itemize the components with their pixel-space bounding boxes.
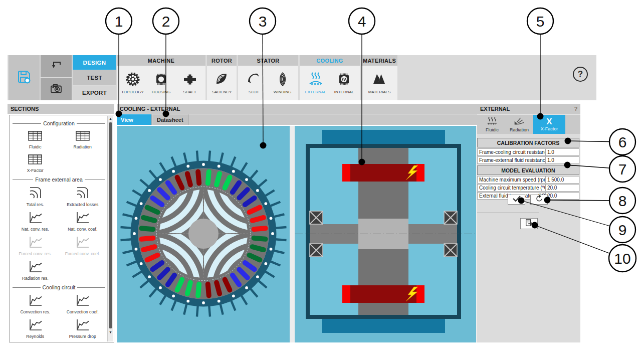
curve-icon [75, 211, 90, 225]
ribbon-item-winding[interactable]: WINDING [269, 68, 296, 99]
tab-view[interactable]: View [117, 114, 152, 125]
scroll-up-icon[interactable]: ▲ [108, 116, 113, 121]
save-button[interactable] [9, 55, 40, 100]
sidebar-item-label: Total res. [27, 202, 44, 207]
ribbon-group-title: MATERIALS [361, 55, 397, 66]
tab-test[interactable]: TEST [73, 70, 116, 85]
apply-button[interactable] [508, 195, 525, 205]
ribbon-group-machine: MACHINETOPOLOGYHOUSINGSHAFT [117, 55, 205, 100]
sidebar-item-extracted-losses[interactable]: Extracted losses [59, 184, 107, 209]
fluid-temp-field[interactable]: 20.0 [546, 192, 579, 200]
ribbon-item-label: SALIENCY [212, 90, 232, 94]
screenshot-button[interactable] [41, 78, 72, 100]
ribbon-group-title: STATOR [238, 55, 298, 66]
sidebar-item-radiation-res[interactable]: Radiation res. [12, 258, 59, 282]
axial-machine-drawing [295, 126, 476, 342]
calibration-factors-table: CALIBRATION FACTORS Frame-cooling circui… [477, 138, 579, 164]
sidebar-item-label: Forced conv. coef. [65, 251, 100, 256]
reset-button[interactable] [530, 195, 548, 205]
ribbon-item-label: EXTERNAL [305, 90, 326, 94]
sidebar-item-convection-res[interactable]: Convection res. [12, 291, 59, 316]
back-arrow-button[interactable] [41, 55, 72, 77]
section-separator: Configuration [13, 120, 105, 126]
materials-icon [372, 72, 387, 88]
ribbon-item-label: MATERIALS [368, 90, 391, 94]
callout-4: 4 [358, 13, 366, 30]
callout-9: 9 [618, 222, 627, 238]
right-panel-header: EXTERNAL ? [477, 104, 580, 114]
sidebar-item-nat-conv-res[interactable]: Nat. conv. res. [12, 209, 59, 233]
callout-1: 1 [115, 13, 123, 30]
radial-view-canvas[interactable] [117, 126, 290, 342]
ribbon-group-body: MATERIALS [361, 66, 397, 100]
tab-radiation[interactable]: Radiation [506, 115, 532, 134]
callout-6: 6 [618, 134, 627, 150]
table-icon [28, 153, 43, 166]
sidebar-item-label: Forced conv. res. [19, 251, 52, 256]
ribbon-group-rotor: ROTORSALIENCY [207, 55, 237, 100]
ribbon-group-stator: STATORSLOTWINDING [238, 55, 298, 100]
sidebar-item-label: Radiation res. [22, 276, 49, 281]
scrollbar-thumb[interactable] [109, 122, 112, 328]
ribbon-item-internal[interactable]: INTERNAL [330, 68, 358, 99]
right-panel-tabs: Fluidic Radiation X X-Factor [477, 115, 580, 134]
ribbon-item-external[interactable]: EXTERNAL [302, 68, 329, 99]
right-panel-title: EXTERNAL [480, 106, 510, 112]
max-speed-field[interactable]: 1 500.0 [546, 176, 579, 184]
section-group-items: Convection res.Convection coef.ReynoldsP… [12, 291, 106, 340]
ribbon-group-cooling: COOLINGEXTERNALINTERNAL [300, 55, 360, 100]
table-row: Frame-cooling circuit resistance 1.0 [477, 148, 579, 156]
curve-icon [28, 294, 43, 308]
cooling-temp-field[interactable]: 20.0 [546, 184, 579, 192]
sidebar-item-reynolds[interactable]: Reynolds [12, 316, 59, 340]
saliency-icon [214, 72, 230, 88]
divider [477, 213, 539, 213]
return-arrow-icon [50, 59, 63, 74]
sidebar-item-pressure-drop[interactable]: Pressure drop [59, 316, 107, 340]
sidebar-item-x-factor[interactable]: X-Factor [12, 151, 59, 174]
ribbon-item-saliency[interactable]: SALIENCY [208, 68, 236, 99]
sidebar-item-nat-conv-coef[interactable]: Nat. conv. coef. [59, 209, 107, 233]
model-evaluation-table: MODEL EVALUATION Machine maximum speed (… [477, 165, 579, 200]
table-row: Cooling circuit temperature (°C) 20.0 [477, 184, 579, 192]
scrollbar[interactable]: ▲ ▼ [107, 116, 113, 341]
scroll-down-icon[interactable]: ▼ [108, 329, 113, 335]
section-group-title: Configuration [43, 120, 74, 126]
sidebar-item-convection-coef[interactable]: Convection coef. [59, 291, 107, 316]
tab-x-factor[interactable]: X X-Factor [533, 115, 565, 134]
sidebar-item-label: Pressure drop [69, 334, 96, 339]
sidebar-item-label: Fluidic [29, 144, 42, 149]
tab-design[interactable]: DESIGN [73, 55, 116, 70]
sidebar-item-fluidic[interactable]: Fluidic [12, 127, 59, 151]
ribbon-item-housing[interactable]: HOUSING [147, 68, 175, 99]
tab-datasheet[interactable]: Datasheet [153, 114, 189, 125]
tab-export[interactable]: EXPORT [73, 86, 116, 100]
sidebar-item-label: Nat. conv. coef. [68, 227, 97, 232]
ribbon-item-label: TOPOLOGY [121, 90, 144, 94]
axial-view-canvas[interactable] [295, 126, 476, 342]
ribbon-item-materials[interactable]: MATERIALS [366, 68, 393, 99]
ribbon-item-topology[interactable]: TOPOLOGY [119, 68, 146, 99]
end-winding-bottom [342, 285, 424, 303]
callout-2: 2 [162, 13, 170, 30]
sidebar-item-radiation[interactable]: Radiation [59, 127, 107, 151]
save-icon [17, 69, 32, 86]
sidebar-item-total-res[interactable]: Total res. [12, 184, 59, 209]
ribbon-item-slot[interactable]: SLOT [240, 68, 268, 99]
topology-icon [125, 72, 140, 88]
tab-fluidic[interactable]: Fluidic [479, 115, 505, 134]
curve-icon [28, 318, 43, 332]
section-group-title: Frame external area [35, 177, 83, 183]
section-separator: Frame external area [13, 177, 105, 183]
mode-switcher: DESIGN TEST EXPORT [73, 55, 116, 100]
section-group-items: Total res.Extracted lossesNat. conv. res… [12, 184, 106, 282]
table-row: Machine maximum speed (rpm) 1 500.0 [477, 176, 579, 184]
frame-external-resistance-field[interactable]: 1.0 [546, 156, 579, 164]
ribbon-group-body: EXTERNALINTERNAL [300, 66, 360, 100]
panel-help-icon[interactable]: ? [574, 106, 577, 112]
ribbon-item-shaft[interactable]: SHAFT [176, 68, 203, 99]
help-icon[interactable]: ? [573, 67, 588, 82]
export-report-button[interactable] [520, 218, 538, 229]
frame-cooling-resistance-field[interactable]: 1.0 [546, 148, 579, 156]
radial-icon [76, 186, 89, 201]
